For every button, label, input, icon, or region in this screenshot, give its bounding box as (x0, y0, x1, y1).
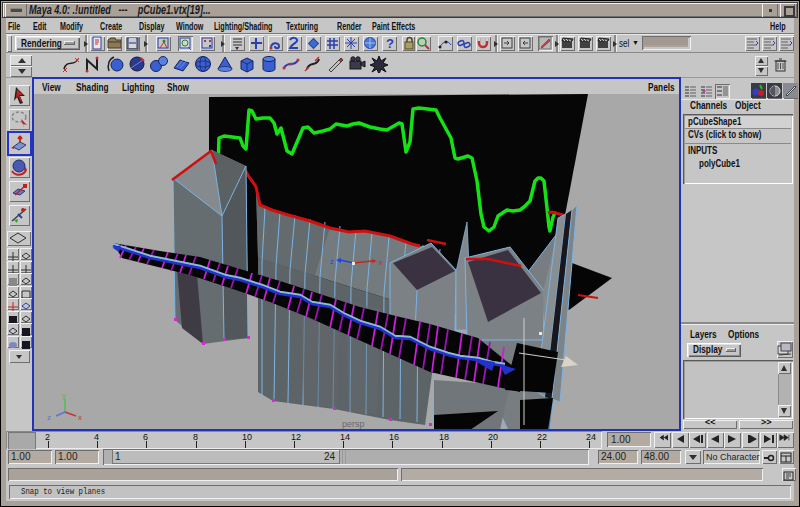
svg-text:z: z (330, 258, 334, 265)
svg-text:x: x (379, 259, 383, 266)
svg-text:?: ? (386, 36, 394, 50)
svg-text:x: x (78, 413, 82, 422)
svg-text:persp: persp (342, 419, 365, 429)
svg-text:z: z (47, 413, 51, 422)
svg-text:y: y (62, 391, 66, 400)
